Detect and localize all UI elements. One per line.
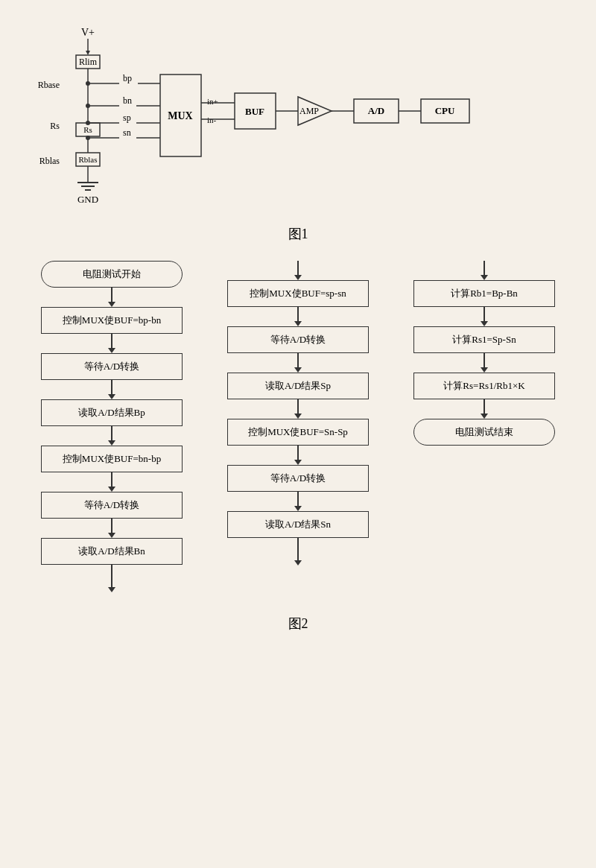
flow-step1: 控制MUX使BUF=bp-bn [41,307,183,334]
flow-start: 电阻测试开始 [41,261,183,288]
circuit-diagram: V+ Rlim Rbase bp bn [22,22,574,216]
sn-label: sn [123,127,131,138]
svg-marker-1 [86,51,90,55]
flowchart: 电阻测试开始 控制MUX使BUF=bp-bn 等待A/D转换 读取A/D结果Bp [22,253,574,600]
bn-label: bn [123,95,132,106]
flow-step4: 控制MUX使BUF=bn-bp [41,446,183,472]
flow-step7: 控制MUX使BUF=sp-sn [227,280,369,307]
flow-column-1: 电阻测试开始 控制MUX使BUF=bp-bn 等待A/D转换 读取A/D结果Bp [30,261,194,592]
bottom-line-1 [111,565,112,587]
flow-column-2: 控制MUX使BUF=sp-sn 等待A/D转换 读取A/D结果Sp 控制MUX使… [216,261,380,566]
rblas-label: Rblas [39,156,60,166]
flow-column-3: 计算Rb1=Bp-Bn 计算Rs1=Sp-Sn 计算Rs=Rs1/Rb1×K 电… [402,261,566,446]
top-spacer-3 [481,261,488,280]
arrow-14 [481,399,488,419]
flow-calc3: 计算Rs=Rs1/Rb1×K [413,373,555,399]
arrow-13 [481,353,488,373]
arrow-2 [108,334,115,353]
bottom-line-2 [297,538,299,560]
flow-step10: 控制MUX使BUF=Sn-Sp [227,419,369,446]
figure1: V+ Rlim Rbase bp bn [22,22,574,231]
arrow-9 [294,399,302,419]
amp-label: AMP [299,106,319,116]
rbase-label: Rbase [38,80,60,90]
figure2: 电阻测试开始 控制MUX使BUF=bp-bn 等待A/D转换 读取A/D结果Bp [22,253,574,633]
svg-text:Rblas: Rblas [78,155,97,164]
fig2-caption: 图2 [22,615,574,633]
flow-calc2: 计算Rs1=Sp-Sn [413,326,555,353]
bp-label: bp [123,73,132,83]
flow-end: 电阻测试结束 [413,419,555,446]
flow-step12: 读取A/D结果Sn [227,511,369,538]
arrow-4 [108,426,115,446]
in-minus-label: in- [207,115,217,124]
arrow-1 [108,288,115,307]
arrow-5 [108,472,115,492]
sp-label: sp [123,113,131,123]
arrow-8 [294,353,302,373]
bottom-arrow-2 [294,560,302,566]
arrow-11 [294,492,302,511]
flow-step3: 读取A/D结果Bp [41,399,183,426]
rs-label: Rs [50,121,60,131]
flow-step8: 等待A/D转换 [227,326,369,353]
flow-step5: 等待A/D转换 [41,492,183,519]
flow-calc1: 计算Rb1=Bp-Bn [413,280,555,307]
flow-step2: 等待A/D转换 [41,353,183,380]
top-spacer-2 [294,261,302,280]
flow-step6: 读取A/D结果Bn [41,538,183,565]
page: V+ Rlim Rbase bp bn [0,0,596,647]
in-plus-label: in+ [207,97,218,106]
cpu-label: CPU [435,105,455,116]
arrow-3 [108,380,115,399]
gnd-label: GND [77,194,98,205]
arrow-6 [108,519,115,538]
vplus-label: V+ [81,27,95,38]
arrow-12 [481,307,488,326]
flow-step9: 读取A/D结果Sp [227,373,369,399]
mux-label: MUX [168,110,192,121]
ad-label: A/D [368,105,384,116]
fig1-caption: 图1 [22,225,574,243]
flow-step11: 等待A/D转换 [227,465,369,492]
bottom-arrow-1 [108,587,115,592]
rlim-label: Rlim [79,57,98,67]
arrow-10 [294,446,302,465]
svg-text:Rs: Rs [83,125,92,134]
buf-label: BUF [245,106,264,117]
arrow-7 [294,307,302,326]
